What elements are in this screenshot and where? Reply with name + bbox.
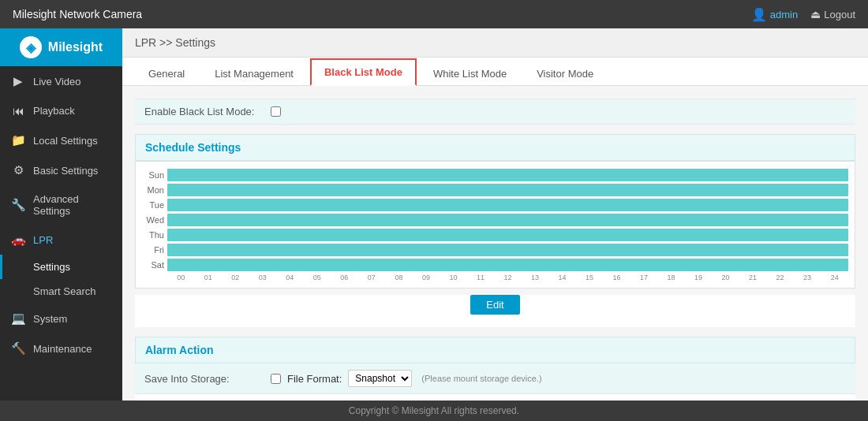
schedule-hour-label: 03 — [249, 274, 277, 281]
sidebar-sub-item-settings[interactable]: Settings — [0, 255, 122, 279]
sidebar-logo: Milesight — [0, 28, 122, 66]
enable-blacklist-label: Enable Black List Mode: — [144, 106, 271, 117]
schedule-day-label: Wed — [142, 215, 167, 225]
save-storage-note: (Please mount storage device.) — [421, 374, 541, 383]
alarm-action-section: Alarm Action Save Into Storage: File For… — [135, 337, 855, 401]
sidebar-label-local-settings: Local Settings — [33, 135, 98, 147]
logo-text: Milesight — [48, 40, 103, 54]
sidebar-item-playback[interactable]: ⏮ Playback — [0, 96, 122, 125]
schedule-hour-label: 21 — [739, 274, 767, 281]
schedule-day-label: Sat — [142, 260, 167, 270]
sidebar-item-local-settings[interactable]: 📁 Local Settings — [0, 125, 122, 155]
schedule-hour-label: 22 — [766, 274, 794, 281]
tab-general[interactable]: General — [135, 61, 198, 86]
schedule-hours-row: 0001020304050607080910111213141516171819… — [167, 274, 848, 281]
schedule-time-block[interactable] — [167, 199, 848, 211]
schedule-hour-label: 08 — [385, 274, 413, 281]
content-body: Enable Black List Mode: Schedule Setting… — [122, 86, 868, 401]
schedule-day-label: Mon — [142, 185, 167, 195]
alarm-row-upload-ftp: Upload Via FTP: File Format: Record Snap… — [135, 394, 855, 401]
schedule-hour-label: 18 — [657, 274, 685, 281]
schedule-hour-label: 06 — [331, 274, 358, 281]
enable-blacklist-row: Enable Black List Mode: — [135, 99, 855, 125]
sidebar-item-basic-settings[interactable]: ⚙ Basic Settings — [0, 155, 122, 185]
schedule-day-row: Fri — [142, 243, 848, 257]
enable-blacklist-value — [271, 106, 281, 117]
schedule-hour-label: 24 — [821, 274, 848, 281]
logout-label: Logout — [824, 9, 855, 20]
schedule-day-row: Sat — [142, 258, 848, 272]
schedule-hour-label: 04 — [276, 274, 304, 281]
schedule-time-block[interactable] — [167, 214, 848, 226]
schedule-time-block[interactable] — [167, 169, 848, 181]
breadcrumb: LPR >> Settings — [122, 28, 868, 58]
schedule-day-row: Sun — [142, 168, 848, 182]
username: admin — [770, 9, 798, 20]
schedule-day-row: Mon — [142, 183, 848, 197]
live-video-icon: ▶ — [11, 74, 25, 88]
playback-icon: ⏮ — [11, 104, 25, 117]
sidebar-item-live-video[interactable]: ▶ Live Video — [0, 66, 122, 96]
save-storage-checkbox[interactable] — [271, 374, 281, 384]
save-storage-format-select[interactable]: Snapshot Record — [348, 370, 412, 387]
schedule-day-row: Wed — [142, 213, 848, 227]
tab-visitor-mode[interactable]: Visitor Mode — [523, 61, 607, 86]
schedule-hour-label: 15 — [576, 274, 604, 281]
tabs-bar: General List Management Black List Mode … — [122, 58, 868, 86]
system-icon: 💻 — [11, 311, 25, 326]
basic-settings-icon: ⚙ — [11, 163, 25, 177]
sidebar-sub-item-smart-search[interactable]: Smart Search — [0, 279, 122, 304]
sidebar-label-system: System — [33, 313, 67, 325]
save-storage-value: File Format: Snapshot Record (Please mou… — [271, 370, 542, 387]
schedule-time-block[interactable] — [167, 184, 848, 196]
content-area: LPR >> Settings General List Management … — [122, 28, 868, 401]
sidebar-sub-label-smart-search: Smart Search — [33, 285, 95, 297]
schedule-day-label: Fri — [142, 245, 167, 255]
schedule-time-block[interactable] — [167, 229, 848, 241]
schedule-hour-label: 19 — [685, 274, 713, 281]
schedule-time-block[interactable] — [167, 259, 848, 271]
schedule-day-row: Tue — [142, 198, 848, 212]
schedule-hour-label: 07 — [358, 274, 386, 281]
user-icon: 👤 — [751, 7, 767, 22]
schedule-day-label: Thu — [142, 230, 167, 240]
schedule-hour-label: 09 — [413, 274, 440, 281]
sidebar-item-lpr[interactable]: 🚗 LPR — [0, 225, 122, 255]
schedule-hour-label: 20 — [712, 274, 739, 281]
sidebar-item-system[interactable]: 💻 System — [0, 304, 122, 333]
schedule-hour-label: 02 — [222, 274, 249, 281]
sidebar-label-live-video: Live Video — [33, 76, 80, 88]
schedule-hour-label: 13 — [522, 274, 549, 281]
schedule-grid: SunMonTueWedThuFriSat — [142, 168, 848, 272]
maintenance-icon: 🔨 — [11, 341, 25, 356]
tab-white-list-mode[interactable]: White List Mode — [420, 61, 520, 86]
footer: Copyright © Milesight All rights reserve… — [0, 401, 868, 421]
logo-icon — [20, 36, 42, 58]
schedule-hour-label: 12 — [494, 274, 522, 281]
logout-button[interactable]: ⏏ Logout — [810, 8, 855, 20]
save-storage-ff-label: File Format: — [287, 373, 342, 385]
sidebar-sub-label-settings: Settings — [33, 261, 70, 273]
schedule-time-block[interactable] — [167, 244, 848, 256]
advanced-settings-icon: 🔧 — [11, 198, 25, 212]
tab-list-management[interactable]: List Management — [201, 61, 307, 86]
edit-schedule-button[interactable]: Edit — [470, 295, 519, 315]
sidebar-label-playback: Playback — [33, 105, 75, 117]
local-settings-icon: 📁 — [11, 133, 25, 147]
schedule-hour-label: 05 — [304, 274, 331, 281]
schedule-hour-label: 01 — [195, 274, 223, 281]
main-layout: Milesight ▶ Live Video ⏮ Playback 📁 Loca… — [0, 28, 868, 401]
schedule-hour-label: 10 — [440, 274, 467, 281]
schedule-hour-label: 23 — [794, 274, 821, 281]
sidebar-item-advanced-settings[interactable]: 🔧 Advanced Settings — [0, 185, 122, 225]
user-info: 👤 admin — [751, 7, 798, 22]
schedule-hour-label: 14 — [548, 274, 576, 281]
tab-black-list-mode[interactable]: Black List Mode — [310, 58, 417, 86]
schedule-hour-label: 16 — [603, 274, 630, 281]
app-title: Milesight Network Camera — [13, 8, 142, 20]
schedule-header: Schedule Settings — [135, 134, 855, 161]
sidebar-item-maintenance[interactable]: 🔨 Maintenance — [0, 333, 122, 363]
enable-blacklist-checkbox[interactable] — [271, 106, 281, 117]
sidebar-label-maintenance: Maintenance — [33, 343, 92, 355]
top-bar: Milesight Network Camera 👤 admin ⏏ Logou… — [0, 0, 868, 28]
